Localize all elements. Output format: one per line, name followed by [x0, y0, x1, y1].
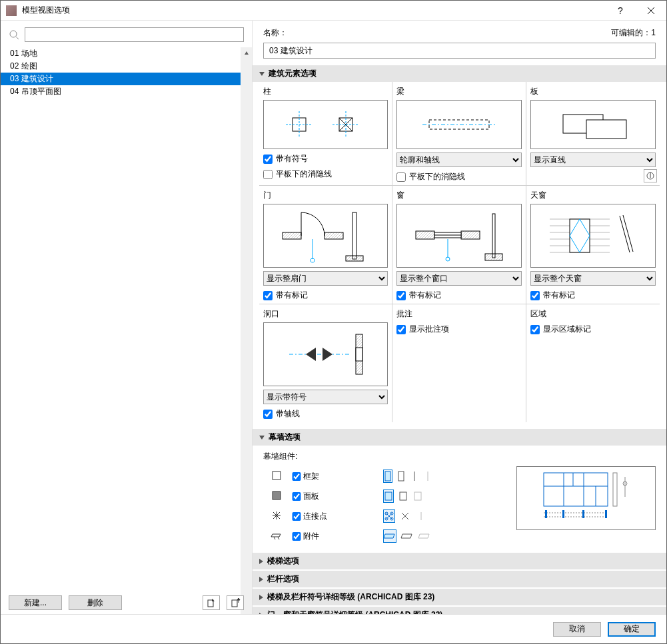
svg-text:i: i	[650, 170, 652, 180]
accessory-mode-3[interactable]	[418, 529, 431, 543]
card-slab: 板 显示直线 x i	[526, 82, 660, 185]
right-panel: 名称： 可编辑的：1 建筑元素选项 柱	[253, 21, 666, 614]
section-building-elements[interactable]: 建筑元素选项	[253, 65, 666, 82]
cw-junction-checkbox[interactable]	[290, 512, 303, 521]
close-button[interactable]	[636, 1, 666, 21]
cw-panel-checkbox[interactable]	[290, 492, 303, 501]
beam-preview	[396, 100, 521, 149]
list-item[interactable]: 01 场地	[1, 47, 252, 60]
svg-rect-32	[485, 254, 502, 260]
zone-marker-checkbox[interactable]	[530, 325, 540, 334]
panel-mode-3[interactable]	[412, 489, 423, 503]
cancel-button[interactable]: 取消	[553, 622, 601, 637]
svg-rect-3	[232, 600, 237, 607]
svg-rect-53	[414, 492, 421, 500]
card-door: 门 显示整扇门 带有标记	[259, 185, 392, 304]
chevron-down-icon	[259, 436, 265, 440]
svg-rect-65	[613, 473, 617, 506]
svg-rect-52	[400, 492, 406, 500]
list-item[interactable]: 04 吊顶平面图	[1, 85, 252, 98]
svg-rect-48	[398, 472, 404, 481]
junction-mode-2[interactable]	[399, 509, 411, 523]
frame-mode-3[interactable]	[410, 470, 419, 483]
section-curtain-wall[interactable]: 幕墙选项	[253, 429, 666, 446]
card-skylight: 天窗 显示整个天窗 带有标记	[526, 185, 660, 304]
panel-icon	[263, 490, 290, 503]
section-rail[interactable]: 栏杆选项	[253, 571, 666, 587]
junction-icon	[263, 510, 290, 523]
svg-rect-19	[325, 232, 343, 239]
column-hidden-line-checkbox[interactable]	[263, 170, 273, 179]
skylight-select[interactable]: 显示整个天窗	[530, 271, 656, 286]
window-title: 模型视图选项	[22, 5, 605, 16]
delete-button[interactable]: 删除	[69, 595, 122, 610]
ok-button[interactable]: 确定	[608, 622, 656, 637]
list-item[interactable]: 03 建筑设计	[1, 73, 252, 85]
card-window: 窗 显示整个窗口 带有标记	[392, 185, 526, 304]
beam-hidden-line-checkbox[interactable]	[396, 172, 406, 182]
name-field[interactable]	[263, 43, 656, 59]
frame-icon	[263, 470, 290, 483]
scrollbar[interactable]	[241, 47, 252, 614]
import-button[interactable]	[203, 595, 220, 610]
door-marker-checkbox[interactable]	[263, 291, 273, 300]
footer: 取消 确定	[1, 614, 666, 643]
options-list[interactable]: 01 场地 02 绘图 03 建筑设计 04 吊顶平面图	[1, 47, 252, 614]
cw-components-label: 幕墙组件:	[263, 451, 656, 462]
opening-axis-checkbox[interactable]	[263, 410, 273, 419]
window-marker-checkbox[interactable]	[396, 291, 406, 300]
export-button[interactable]	[227, 595, 244, 610]
info-icon: i	[646, 172, 654, 180]
junction-mode-1[interactable]	[383, 509, 395, 523]
svg-rect-71	[562, 510, 564, 518]
door-select[interactable]: 显示整扇门	[263, 271, 388, 286]
card-opening: 洞口 显示带符号 带轴线	[259, 304, 392, 422]
section-door-window-detail[interactable]: 门、窗和天窗符号详细等级 (ARCHICAD 图库 23)	[253, 607, 666, 614]
opening-select[interactable]: 显示带符号	[263, 390, 388, 404]
chevron-right-icon	[259, 595, 263, 600]
markup-show-checkbox[interactable]	[396, 325, 406, 334]
svg-rect-47	[385, 472, 390, 481]
door-preview	[263, 204, 388, 268]
chevron-down-icon	[259, 72, 265, 76]
window-select[interactable]: 显示整个窗口	[396, 271, 521, 286]
column-symbol-checkbox[interactable]	[263, 155, 273, 164]
junction-mode-3[interactable]	[415, 509, 427, 523]
new-button[interactable]: 新建...	[9, 595, 62, 610]
panel-mode-2[interactable]	[398, 489, 408, 503]
card-beam: 梁 轮廓和轴线 平板下的消隐线	[392, 82, 526, 185]
svg-rect-18	[283, 232, 301, 239]
frame-mode-2[interactable]	[396, 470, 406, 483]
slab-preview	[530, 100, 656, 149]
help-button[interactable]: ?	[605, 1, 636, 21]
accessory-mode-2[interactable]	[400, 529, 414, 543]
cw-accessory-checkbox[interactable]	[290, 532, 303, 541]
svg-rect-73	[605, 510, 607, 518]
slab-select[interactable]: 显示直线	[530, 153, 656, 167]
card-column: 柱 带有符号 平板下的消隐线	[259, 82, 392, 185]
skylight-marker-checkbox[interactable]	[530, 291, 540, 300]
section-stair-rail-detail[interactable]: 楼梯及栏杆符号详细等级 (ARCHICAD 图库 23)	[253, 589, 666, 605]
frame-mode-1[interactable]	[383, 470, 392, 483]
section-stair[interactable]: 楼梯选项	[253, 553, 666, 569]
cw-frame-checkbox[interactable]	[290, 472, 303, 481]
list-item[interactable]: 02 绘图	[1, 60, 252, 73]
accessory-mode-1[interactable]	[383, 529, 396, 543]
frame-mode-4[interactable]	[423, 470, 432, 483]
editable-label: 可编辑的：1	[611, 27, 656, 39]
svg-line-1	[16, 37, 19, 39]
info-button[interactable]: i	[644, 169, 657, 182]
skylight-preview	[530, 204, 656, 268]
beam-select[interactable]: 轮廓和轴线	[396, 153, 521, 167]
svg-rect-26	[461, 231, 480, 239]
panel-mode-1[interactable]	[383, 489, 394, 503]
column-preview	[263, 100, 388, 149]
window-preview	[396, 204, 521, 268]
chevron-right-icon	[259, 577, 263, 582]
svg-rect-59	[544, 473, 608, 506]
card-zone: 区域 显示区域标记	[526, 304, 660, 422]
svg-rect-39	[570, 219, 590, 252]
svg-rect-25	[416, 231, 434, 239]
svg-point-0	[10, 31, 17, 37]
search-input[interactable]	[25, 27, 244, 42]
